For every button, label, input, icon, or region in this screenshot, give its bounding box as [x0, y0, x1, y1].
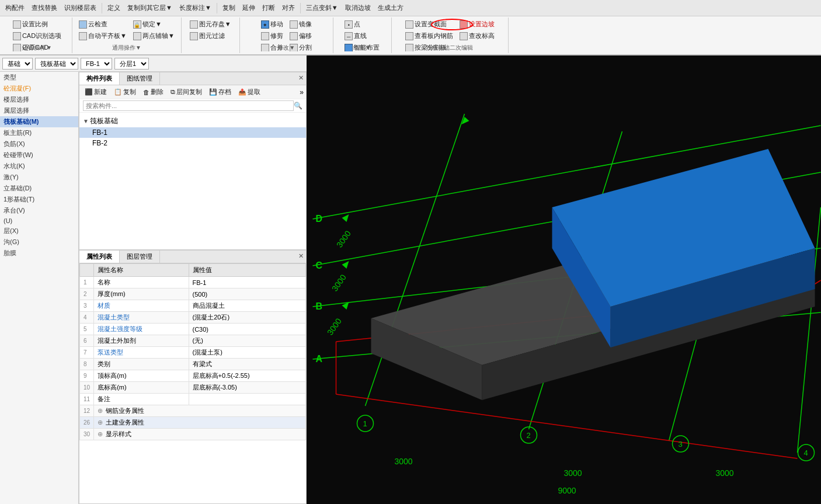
rebar-group-label[interactable]: ⊕ 钢筋业务属性 [94, 405, 306, 417]
foundation-type-select[interactable]: 基础 [2, 58, 33, 69]
break-btn[interactable]: 打断 [259, 2, 278, 13]
svg-text:3000: 3000 [564, 468, 582, 478]
prop-strength-value[interactable]: (C30) [189, 324, 306, 335]
prop-material-value[interactable]: 商品混凝土 [189, 300, 306, 312]
search-input[interactable] [83, 100, 294, 111]
mirror-btn[interactable]: 镜像 [287, 19, 315, 30]
extend-btn[interactable]: 延伸 [239, 2, 258, 13]
drawing-mgmt-tab[interactable]: 图纸管理 [120, 72, 160, 85]
civil-group-label[interactable]: ⊕ 土建业务属性 [94, 417, 306, 429]
2pt-axis-btn[interactable]: 两点辅轴▼ [130, 30, 178, 41]
floor-layer-select[interactable]: 分层1 分层2 [114, 58, 149, 69]
trim-btn[interactable]: 修剪 [258, 30, 286, 41]
cloud-check-btn[interactable]: 云检查 [76, 19, 130, 30]
cancel-slope-btn[interactable]: 取消边坡 [342, 2, 374, 13]
left-trench[interactable]: 沟(G) [0, 237, 78, 248]
length-annotate-btn[interactable]: 长度标注▼ [176, 2, 214, 13]
prop-top-elev-value[interactable]: 层底标高+0.5(-2.55) [189, 370, 306, 382]
raft-found-label: 筏板基础 [90, 116, 118, 126]
copy-comp-btn[interactable]: 📋 复制 [111, 86, 139, 98]
view-rebar-btn[interactable]: 查看板内钢筋 [402, 30, 456, 41]
3pt-incline-btn[interactable]: 三点变斜▼ [303, 2, 341, 13]
modify-section: ✦ 移动 修剪 合并 删除 [240, 18, 333, 53]
align-btn[interactable]: 对齐 [279, 2, 298, 13]
left-raft-found[interactable]: 筏板基础(M) [0, 116, 78, 127]
raft-found-arrow: ▼ [83, 118, 89, 124]
point-btn[interactable]: • 点 [342, 19, 382, 30]
prop-row-civil-group[interactable]: 26 ⊕ 土建业务属性 [80, 417, 306, 429]
prop-note-label: 备注 [94, 394, 189, 405]
prop-panel-close-btn[interactable]: ✕ [297, 252, 305, 260]
raft-found-node[interactable]: ▼ 筏板基础 [79, 115, 306, 127]
prop-note-value[interactable] [189, 394, 306, 405]
left-layer-x[interactable]: 层(X) [0, 225, 78, 237]
prop-bot-elev-value[interactable]: 层底标高(-3.05) [189, 382, 306, 394]
comp-btn[interactable]: 构配件 [2, 2, 27, 13]
set-slope-btn[interactable]: 设置边坡 [457, 19, 498, 30]
left-floor-sel[interactable]: 楼层选择 [0, 94, 78, 105]
prop-category-value[interactable]: 有梁式 [189, 359, 306, 370]
prop-num-2: 2 [80, 289, 94, 300]
prop-name-value[interactable]: FB-1 [189, 277, 306, 289]
prop-list-tab[interactable]: 属性列表 [79, 251, 120, 263]
copy-to-layer-btn[interactable]: 复制到其它层▼ [124, 2, 175, 13]
left-type-item[interactable]: 类型 [0, 72, 78, 83]
svg-text:C: C [316, 260, 323, 270]
left-main-rebar[interactable]: 板主筋(R) [0, 127, 78, 138]
set-scale-btn[interactable]: 设置比例 [10, 19, 64, 30]
extract-btn[interactable]: 📤 提取 [235, 86, 263, 98]
prop-additive-value[interactable]: (无) [189, 335, 306, 347]
left-pile-cap[interactable]: 承台(V) [0, 205, 78, 216]
elem-save-btn[interactable]: 图元存盘▼ [187, 19, 234, 30]
cad-ops-section: 设置比例 CAD识别选项 还原CAD CAD操作▼ [2, 18, 72, 53]
left-neg-rebar[interactable]: 负筋(X) [0, 138, 78, 150]
more-btn[interactable]: » [300, 88, 304, 96]
view-elevation-btn[interactable]: 查改标高 [457, 30, 498, 41]
move-btn[interactable]: ✦ 移动 [258, 19, 286, 30]
left-post-strip[interactable]: 砼碰带(W) [0, 150, 78, 161]
fb2-node[interactable]: FB-2 [79, 138, 306, 148]
viewport[interactable]: 3000 3000 3000 3000 3000 3000 9000 D C B… [307, 55, 821, 504]
prop-conc-type-value[interactable]: (混凝土20石) [189, 312, 306, 324]
prop-row-rebar-group[interactable]: 12 ⊕ 钢筋业务属性 [80, 405, 306, 417]
elem-filter-btn[interactable]: 图元过滤 [187, 30, 234, 41]
element-select[interactable]: FB-1 FB-2 [81, 58, 112, 69]
modify-label: 修改▼ [277, 44, 295, 52]
mid-panel-close-btn[interactable]: ✕ [297, 74, 305, 82]
del-comp-btn[interactable]: 🗑 删除 [140, 86, 166, 98]
left-u-item[interactable]: (U) [0, 216, 78, 225]
prop-conc-type-label: 混凝土类型 [94, 312, 189, 324]
left-concrete-f[interactable]: 砼混凝(F) [0, 83, 78, 94]
left-t-found[interactable]: 1形基础(T) [0, 194, 78, 205]
left-formwork[interactable]: 胎膜 [0, 248, 78, 259]
fb1-node[interactable]: FB-1 [79, 127, 306, 138]
auto-align-btn[interactable]: 自动平齐板▼ [76, 30, 130, 41]
left-laser-y[interactable]: 激(Y) [0, 172, 78, 183]
cad-recog-opts-btn[interactable]: CAD识别选项 [10, 30, 64, 41]
svg-text:9000: 9000 [558, 486, 576, 495]
define-btn[interactable]: 定义 [105, 2, 123, 13]
prop-col-value: 属性值 [189, 264, 306, 277]
find-replace-btn[interactable]: 查找替换 [29, 2, 60, 13]
offset-btn[interactable]: 偏移 [287, 30, 315, 41]
copy-btn[interactable]: 复制 [220, 2, 238, 13]
lock-btn[interactable]: 🔒 锁定▼ [130, 19, 178, 30]
raft-type-select[interactable]: 筏板基础 [35, 58, 78, 69]
prop-thick-value[interactable]: (500) [189, 289, 306, 300]
left-attr-sel[interactable]: 属层选择 [0, 105, 78, 116]
display-group-label[interactable]: ⊕ 显示样式 [94, 429, 306, 440]
prop-pump-value[interactable]: (混凝土泵) [189, 347, 306, 359]
line-btn[interactable]: ─ 直线 [342, 30, 382, 41]
recog-floor-btn[interactable]: 识别楼层表 [61, 2, 99, 13]
floor-copy-btn[interactable]: ⧉ 层间复制 [168, 86, 205, 98]
set-section-btn[interactable]: 设置变截面 [402, 19, 456, 30]
gen-earthwork-btn[interactable]: 生成土方 [375, 2, 406, 13]
comp-list-tab[interactable]: 构件列表 [79, 72, 120, 85]
left-stand-found[interactable]: 立基础(D) [0, 183, 78, 194]
new-comp-btn[interactable]: ⬛ 新建 [82, 86, 110, 98]
layer-mgmt-tab[interactable]: 图层管理 [120, 251, 160, 263]
left-pit[interactable]: 水坑(K) [0, 161, 78, 172]
prop-row-display-group[interactable]: 30 ⊕ 显示样式 [80, 429, 306, 440]
line-icon: ─ [345, 32, 353, 40]
archive-btn[interactable]: 💾 存档 [206, 86, 234, 98]
